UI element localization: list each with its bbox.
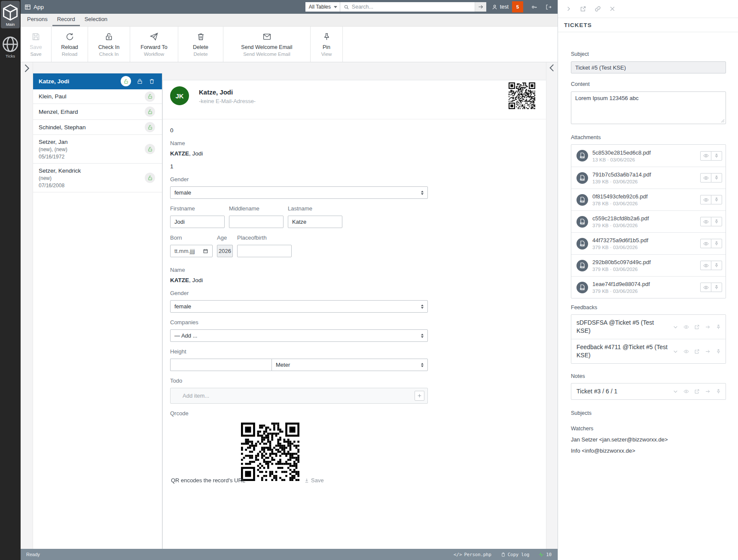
gender-select-2[interactable]: female [170, 300, 428, 313]
firstname-input[interactable] [170, 216, 225, 228]
eye-icon[interactable] [683, 324, 689, 330]
logout-icon[interactable] [545, 4, 552, 10]
pdf-file-icon: PDF [576, 172, 588, 184]
chevron-right-icon[interactable] [565, 6, 572, 12]
pin-icon[interactable] [711, 151, 722, 161]
eye-icon[interactable] [683, 389, 689, 394]
pin-icon[interactable] [711, 195, 722, 204]
pin-icon[interactable] [711, 173, 722, 183]
height-label: Height [170, 348, 428, 355]
unlocked-icon[interactable] [121, 76, 131, 86]
gender-select[interactable]: female [170, 186, 428, 199]
attachment-row[interactable]: PDF c559c218cfd8b2a6.pdf379 KB · 03/06/2… [571, 210, 726, 232]
pin-icon[interactable] [716, 324, 721, 330]
external-link-icon[interactable] [694, 349, 700, 354]
external-link-icon[interactable] [694, 389, 700, 394]
list-item-selected[interactable]: Katze, Jodi [33, 73, 162, 89]
height-input[interactable] [170, 359, 271, 371]
search-submit-button[interactable] [475, 2, 486, 12]
check-in-button[interactable]: Check In Check In [88, 27, 130, 62]
attachment-row[interactable]: PDF 0f815493cfeb92c6.pdf378 KB · 03/06/2… [571, 189, 726, 210]
list-item[interactable]: Menzel, Erhard [33, 104, 162, 120]
eye-icon[interactable] [683, 349, 689, 354]
middlename-label: Middlename [229, 205, 284, 212]
pin-button[interactable]: Pin View [311, 27, 343, 62]
key-icon[interactable] [531, 4, 537, 10]
link-icon[interactable] [595, 6, 601, 12]
pin-icon[interactable] [711, 217, 722, 226]
save-button[interactable]: Save Save [21, 27, 52, 62]
pin-icon[interactable] [711, 239, 722, 248]
unlocked-icon[interactable] [145, 107, 155, 117]
eye-icon[interactable] [700, 261, 711, 270]
unlocked-icon[interactable] [145, 173, 155, 183]
arrow-right-icon[interactable] [705, 349, 711, 354]
arrow-right-icon[interactable] [705, 324, 711, 330]
tab-persons[interactable]: Persons [22, 14, 52, 26]
todo-add-item[interactable]: Add item... [170, 388, 428, 404]
subject-input[interactable] [571, 61, 726, 73]
list-item[interactable]: Setzer, Jan (new), (new) 05/16/1972 [33, 135, 162, 164]
pin-icon[interactable] [716, 389, 721, 394]
list-item[interactable]: Klein, Paul [33, 89, 162, 104]
content-textarea[interactable]: Lorem Ipsum 123456 abc [571, 91, 726, 124]
tab-selection[interactable]: Selection [80, 14, 112, 26]
companies-select[interactable]: — Add ... [170, 329, 428, 342]
list-item[interactable]: Schindel, Stephan [33, 120, 162, 135]
lastname-input[interactable] [288, 216, 342, 228]
list-item[interactable]: Setzer, Kendrick (new) 07/16/2008 [33, 164, 162, 192]
rail-item-ticks[interactable]: Ticks [1, 33, 20, 60]
eye-icon[interactable] [700, 239, 711, 248]
arrow-right-icon[interactable] [705, 389, 711, 394]
pin-icon[interactable] [711, 261, 722, 270]
chevron-right-icon[interactable] [21, 62, 33, 74]
chevron-down-icon[interactable] [673, 389, 678, 394]
attachment-row[interactable]: PDF 292b80b5c097d49c.pdf379 KB · 03/06/2… [571, 254, 726, 276]
attachment-row[interactable]: PDF 791b7c5d3a6b7a14.pdf139 KB · 03/06/2… [571, 167, 726, 189]
external-link-icon[interactable] [694, 324, 700, 330]
chevron-left-icon[interactable] [546, 62, 558, 73]
attachment-row[interactable]: PDF 44f73275a9d6f1b5.pdf379 KB · 03/06/2… [571, 232, 726, 254]
reload-button[interactable]: Reload Reload [52, 27, 88, 62]
chevron-down-icon[interactable] [673, 349, 678, 354]
eye-icon[interactable] [700, 217, 711, 226]
send-welcome-email-button[interactable]: Send Welcome Email Send Welcome Email [223, 27, 311, 62]
close-icon[interactable] [609, 6, 616, 12]
delete-button[interactable]: Delete Delete [178, 27, 223, 62]
trash-icon[interactable] [149, 78, 155, 85]
tab-record[interactable]: Record [52, 14, 80, 26]
rail-item-main[interactable]: Main [1, 1, 20, 28]
resize-handle-icon[interactable] [721, 119, 725, 123]
middlename-input[interactable] [229, 216, 284, 228]
unlocked-icon[interactable] [145, 91, 155, 102]
search-input[interactable]: Search... [340, 2, 475, 12]
chevron-down-icon[interactable] [673, 324, 678, 330]
unlocked-icon[interactable] [145, 122, 155, 132]
feedback-row[interactable]: Feedback #4711 @Ticket #5 (Test KSE) [571, 339, 726, 363]
feedback-row[interactable]: sDFDSFSA @Ticket #5 (Test KSE) [571, 315, 726, 339]
eye-icon[interactable] [700, 151, 711, 161]
external-link-icon[interactable] [580, 6, 586, 12]
lock-icon[interactable] [137, 78, 143, 85]
eye-icon[interactable] [700, 195, 711, 204]
user-menu[interactable]: test [491, 4, 509, 10]
unlocked-icon[interactable] [145, 144, 155, 154]
current-file[interactable]: </> Person.php [454, 552, 491, 557]
pin-icon[interactable] [711, 283, 722, 292]
forward-to-button[interactable]: Forward To Workflow [130, 27, 178, 62]
note-row[interactable]: Ticket #3 / 6 / 1 [571, 383, 726, 399]
attachment-row[interactable]: PDF 5c8530e2815ed6c8.pdf13 KB · 03/06/20… [571, 145, 726, 167]
born-date-input[interactable]: tt.mm.jjjj [170, 245, 213, 257]
eye-icon[interactable] [700, 173, 711, 183]
copy-log-button[interactable]: Copy log [501, 552, 530, 557]
eye-icon[interactable] [700, 283, 711, 292]
qr-save-link[interactable]: Save [304, 477, 324, 484]
calendar-icon [203, 248, 208, 254]
placeofbirth-input[interactable] [237, 245, 292, 257]
attachment-row[interactable]: PDF 1eae74f1d9e88074.pdf379 KB · 03/06/2… [571, 276, 726, 298]
pin-icon[interactable] [716, 349, 721, 354]
notification-badge[interactable]: 5 [512, 1, 523, 12]
plus-icon[interactable] [415, 391, 424, 401]
tables-filter-select[interactable]: All Tables [305, 2, 340, 12]
height-unit-select[interactable]: Meter [271, 359, 428, 371]
